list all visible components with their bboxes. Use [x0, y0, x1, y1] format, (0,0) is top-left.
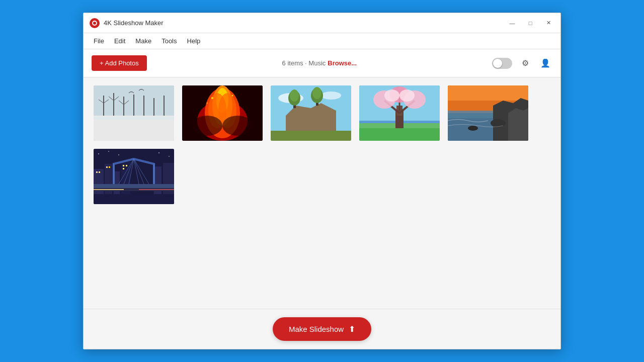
svg-rect-76	[126, 165, 127, 166]
settings-icon: ⚙	[522, 58, 529, 68]
toolbar-center: 6 items · Music Browse...	[282, 59, 357, 67]
svg-point-24	[232, 95, 233, 97]
svg-point-92	[118, 154, 119, 155]
make-slideshow-button[interactable]: Make Slideshow ⬆	[273, 317, 371, 341]
svg-rect-71	[96, 171, 98, 173]
svg-point-35	[290, 89, 299, 102]
svg-rect-74	[109, 166, 110, 168]
svg-point-53	[399, 89, 415, 102]
svg-rect-89	[94, 194, 174, 204]
svg-point-27	[192, 116, 222, 136]
svg-rect-78	[94, 184, 174, 188]
toggle-knob	[493, 59, 502, 68]
photo-item-1[interactable]	[94, 85, 174, 141]
photo-grid	[94, 85, 550, 204]
svg-rect-73	[106, 166, 108, 168]
svg-rect-86	[94, 189, 124, 190]
svg-point-38	[312, 87, 321, 99]
svg-point-93	[158, 152, 159, 153]
svg-point-52	[384, 89, 399, 102]
photo-item-6[interactable]	[94, 149, 174, 204]
app-icon	[90, 18, 100, 28]
menu-tools[interactable]: Tools	[157, 35, 181, 47]
footer: Make Slideshow ⬆	[84, 309, 560, 349]
menu-bar: File Edit Make Tools Help	[84, 33, 560, 49]
items-info: 6 items · Music	[282, 59, 326, 67]
add-photos-button[interactable]: + Add Photos	[92, 55, 147, 71]
menu-edit[interactable]: Edit	[110, 35, 129, 47]
title-bar: 4K Slideshow Maker — □ ✕	[84, 13, 560, 33]
svg-rect-77	[123, 168, 124, 169]
svg-point-62	[491, 119, 506, 127]
svg-point-23	[211, 97, 213, 99]
app-title: 4K Slideshow Maker	[104, 19, 164, 27]
svg-rect-72	[99, 171, 100, 173]
svg-rect-15	[94, 117, 174, 120]
browse-music-link[interactable]: Browse...	[328, 59, 357, 67]
photo-item-5[interactable]	[448, 85, 528, 141]
svg-rect-87	[139, 189, 174, 190]
svg-rect-39	[271, 131, 351, 141]
menu-file[interactable]: File	[90, 35, 108, 47]
photo-item-2[interactable]	[182, 85, 263, 141]
app-icon-inner	[92, 21, 97, 26]
svg-rect-56	[448, 85, 528, 101]
svg-point-28	[222, 116, 253, 136]
svg-point-31	[321, 92, 341, 100]
svg-point-90	[98, 153, 99, 154]
upload-icon: ⬆	[349, 324, 355, 334]
minimize-button[interactable]: —	[504, 16, 520, 30]
svg-marker-61	[508, 108, 528, 141]
svg-point-91	[108, 151, 109, 152]
window-controls: — □ ✕	[504, 16, 556, 30]
photo-item-4[interactable]	[359, 85, 440, 141]
photo-item-3[interactable]	[271, 85, 351, 141]
title-bar-left: 4K Slideshow Maker	[90, 18, 164, 28]
close-button[interactable]: ✕	[540, 16, 556, 30]
profile-icon: 👤	[540, 58, 550, 68]
profile-button[interactable]: 👤	[538, 56, 552, 70]
content-area	[84, 77, 560, 309]
toolbar: + Add Photos 6 items · Music Browse... ⚙…	[84, 49, 560, 77]
toolbar-right: ⚙ 👤	[492, 56, 552, 70]
menu-help[interactable]: Help	[183, 35, 205, 47]
svg-point-94	[169, 156, 170, 157]
toggle-switch[interactable]	[492, 58, 512, 69]
svg-rect-75	[123, 165, 124, 166]
menu-make[interactable]: Make	[131, 35, 155, 47]
settings-button[interactable]: ⚙	[518, 56, 532, 70]
make-slideshow-label: Make Slideshow	[289, 325, 344, 333]
svg-point-26	[207, 103, 208, 104]
maximize-button[interactable]: □	[522, 16, 538, 30]
svg-point-25	[219, 93, 220, 94]
svg-point-63	[468, 126, 478, 131]
app-window: 4K Slideshow Maker — □ ✕ File Edit Make …	[83, 13, 561, 349]
